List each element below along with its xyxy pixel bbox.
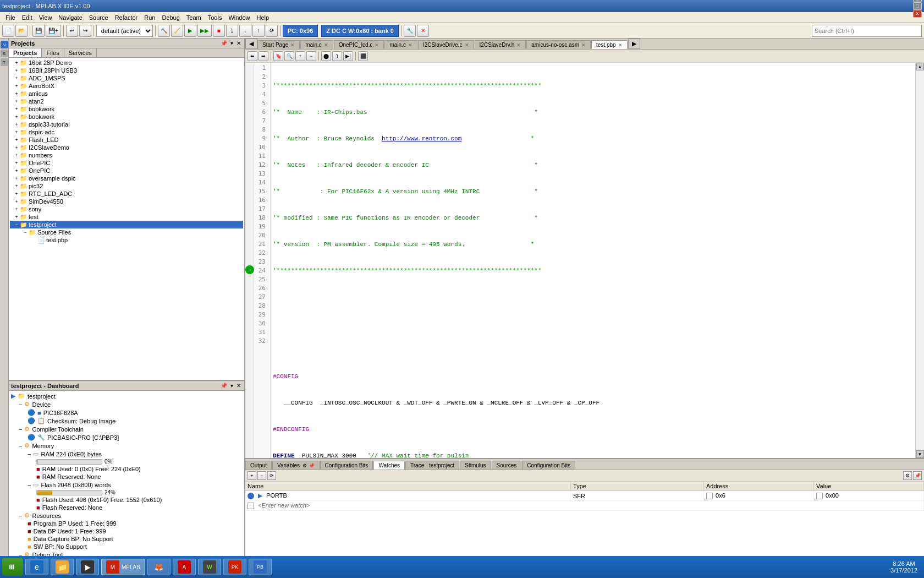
etb-zoom-out-btn[interactable]: −	[306, 51, 316, 61]
editor-tab-i2cslavedrv[interactable]: I2CSlaveDrv.h✕	[475, 40, 526, 49]
maximize-button[interactable]: □	[913, 2, 922, 10]
watches-pin-btn[interactable]: 📌	[913, 471, 922, 480]
editor-tab-nav-right[interactable]: ▶	[628, 39, 640, 49]
etb-forward-btn[interactable]: ➡	[258, 51, 268, 61]
bottom-tab-sources[interactable]: Sources	[492, 461, 522, 470]
close-amicusosc-icon[interactable]: ✕	[581, 42, 586, 48]
redo-btn[interactable]: ↪	[79, 25, 91, 37]
step-out-btn[interactable]: ↑	[252, 25, 265, 37]
dash-memory[interactable]: − ⚙ Memory	[10, 441, 243, 450]
nav-icon-1[interactable]: N	[1, 41, 8, 48]
bottom-tab-variables[interactable]: Variables ⚙ 📌	[272, 461, 320, 470]
scrollbar-down-btn[interactable]: ▼	[916, 450, 924, 458]
variables-pin-icon[interactable]: 📌	[309, 463, 315, 468]
dash-flash[interactable]: − ▭ Flash 2048 (0x800) words	[10, 481, 243, 489]
scrollbar-up-btn[interactable]: ▲	[916, 63, 924, 70]
tab-projects[interactable]: Projects	[9, 48, 42, 57]
tab-files[interactable]: Files	[42, 48, 64, 57]
profile-dropdown[interactable]: default (active)	[96, 25, 153, 37]
save-all-btn[interactable]: 💾+	[46, 25, 61, 37]
projects-menu-btn[interactable]: ▾	[229, 40, 234, 46]
tree-item-onepic1[interactable]: +📁OnePIC	[10, 159, 243, 167]
taskbar-pb3-btn[interactable]: PB	[249, 559, 272, 575]
clean-btn[interactable]: 🧹	[171, 25, 183, 37]
dashboard-pin-btn[interactable]: 📌	[219, 383, 228, 389]
close-i2cslavedrv-icon[interactable]: ✕	[516, 42, 521, 48]
tree-item-pic32[interactable]: +📁pic32	[10, 182, 243, 190]
dash-ram[interactable]: − ▭ RAM 224 (0xE0) bytes	[10, 450, 243, 458]
editor-tab-amicusosc[interactable]: amicus-no-osc.asm✕	[526, 40, 591, 49]
etb-step-btn[interactable]: ⤵	[332, 51, 342, 61]
step-over-btn[interactable]: ⤵	[226, 25, 238, 37]
editor-tab-startpage[interactable]: Start Page✕	[257, 40, 300, 49]
etb-zoom-in-btn[interactable]: +	[295, 51, 305, 61]
tree-item-rtcledadc[interactable]: +📁RTC_LED_ADC	[10, 190, 243, 198]
etb-toggle-bp-btn[interactable]: ⬤	[321, 51, 331, 61]
close-mainc2-icon[interactable]: ✕	[408, 42, 413, 48]
tree-item-bookwork1[interactable]: +📁bookwork	[10, 105, 243, 113]
tree-item-adc1msps[interactable]: +📁ADC_1MSPS	[10, 74, 243, 82]
tab-services[interactable]: Services	[64, 48, 97, 57]
menu-navigate[interactable]: Navigate	[55, 13, 85, 22]
taskbar-pickit-btn[interactable]: PK	[223, 559, 246, 575]
taskbar-mplab-btn[interactable]: M MPLAB	[101, 559, 145, 575]
close-button[interactable]: ✕	[913, 10, 922, 18]
etb-back-btn[interactable]: ⬅	[248, 51, 257, 61]
dash-checksum[interactable]: 🔵 📋 Checksum: Debug Image	[10, 417, 243, 425]
close-onepic-lcd-icon[interactable]: ✕	[375, 42, 379, 48]
close-i2cslavedrive-icon[interactable]: ✕	[465, 42, 469, 48]
build-btn[interactable]: 🔨	[158, 25, 170, 37]
tree-item-dspicadc[interactable]: +📁dspic-adc	[10, 128, 243, 136]
tree-item-sony[interactable]: +📁sony	[10, 205, 243, 213]
menu-file[interactable]: File	[2, 13, 19, 22]
undo-btn[interactable]: ↩	[66, 25, 78, 37]
dash-compiler-toolchain[interactable]: − ⚙ Compiler Toolchain	[10, 425, 243, 433]
tree-item-sourcefiles[interactable]: −📁Source Files	[10, 228, 243, 236]
debug-btn[interactable]: ▶▶	[197, 25, 212, 37]
tree-item-i2cslave[interactable]: +📁I2CSlaveDemo	[10, 144, 243, 151]
bottom-tab-config-bits-1[interactable]: Configuration Bits	[320, 461, 373, 470]
taskbar-explorer-btn[interactable]: 📁	[51, 559, 74, 575]
projects-close-btn[interactable]: ✕	[235, 40, 242, 46]
dash-resources[interactable]: − ⚙ Resources	[10, 511, 243, 520]
dashboard-close-btn[interactable]: ✕	[235, 383, 242, 389]
dash-pic16f628a[interactable]: 🔵 ■ PIC16F628A	[10, 408, 243, 417]
address-toggle-portb[interactable]	[706, 493, 713, 499]
tree-item-16bit28pin[interactable]: +📁16Bit 28Pin USB3	[10, 67, 243, 74]
tree-item-aerobotx[interactable]: +📁AeroBotX	[10, 82, 243, 90]
bottom-tab-trace[interactable]: Trace - testproject	[405, 461, 459, 470]
close-mainc1-icon[interactable]: ✕	[324, 42, 328, 48]
menu-run[interactable]: Run	[141, 13, 158, 22]
taskbar-firefox-btn[interactable]: 🦊	[147, 559, 170, 575]
watches-add-placeholder[interactable]: <Enter new watch>	[245, 501, 924, 511]
code-scrollbar-v[interactable]: ▲ ▼	[915, 63, 924, 458]
menu-debug[interactable]: Debug	[158, 13, 183, 22]
watches-remove-btn[interactable]: −	[257, 471, 266, 480]
editor-tab-nav-left[interactable]: ◀	[245, 39, 257, 49]
debugger-btn[interactable]: ✕	[417, 25, 429, 37]
taskbar-media-btn[interactable]: ▶	[76, 559, 99, 575]
nav-icon-3[interactable]: T	[1, 58, 8, 66]
menu-tools[interactable]: Tools	[205, 13, 226, 22]
etb-stop-debug-btn[interactable]: ⬛	[358, 51, 368, 61]
tree-item-testpbp[interactable]: 📄test.pbp	[10, 236, 243, 244]
search-input[interactable]	[812, 25, 922, 37]
tree-item-oversample[interactable]: +📁oversample dspic	[10, 175, 243, 182]
bottom-tab-watches[interactable]: Watches	[373, 461, 405, 470]
editor-tab-i2cslavedrive[interactable]: I2CSlaveDrive.c✕	[418, 40, 474, 49]
menu-help[interactable]: Help	[254, 13, 273, 22]
watches-row-portb[interactable]: ▶ PORTB SFR 0x6 0x00	[245, 491, 924, 501]
tree-item-testproject[interactable]: −📁testproject	[10, 221, 243, 228]
watches-refresh-btn[interactable]: ⟳	[267, 471, 276, 480]
value-toggle-portb[interactable]	[816, 493, 823, 499]
reset-btn[interactable]: ⟳	[266, 25, 278, 37]
etb-run-cursor-btn[interactable]: ▶|	[343, 51, 353, 61]
menu-team[interactable]: Team	[183, 13, 205, 22]
variables-settings-icon[interactable]: ⚙	[302, 463, 307, 468]
editor-tab-onepic-lcd[interactable]: OnePIC_lcd.c✕	[334, 40, 384, 49]
bottom-tab-output[interactable]: Output	[245, 461, 272, 470]
tree-item-amicus[interactable]: +📁amicus	[10, 90, 243, 97]
editor-tab-testpbp[interactable]: test.pbp✕	[591, 40, 628, 49]
tree-item-numbers[interactable]: +📁numbers	[10, 151, 243, 159]
menu-refactor[interactable]: Refactor	[112, 13, 141, 22]
